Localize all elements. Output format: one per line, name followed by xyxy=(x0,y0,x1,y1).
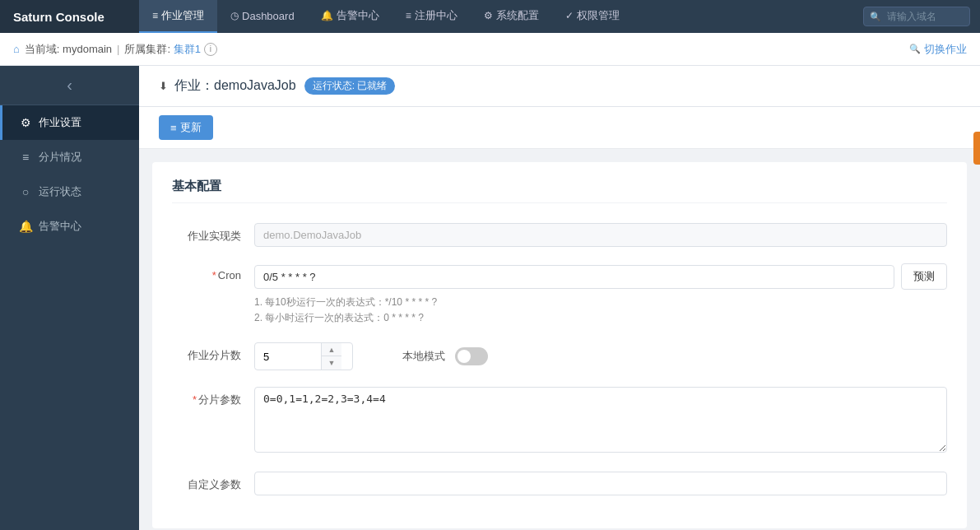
nav-tab-sys-config[interactable]: ⚙系统配置 xyxy=(471,0,552,33)
sidebar-item-run-status[interactable]: ○运行状态 xyxy=(0,174,139,209)
tab-icon-dashboard: ◷ xyxy=(230,10,239,21)
shards-input[interactable] xyxy=(255,346,321,368)
switch-job-button[interactable]: 🔍 切换作业 xyxy=(909,42,967,57)
top-search: 🔍 xyxy=(853,7,980,26)
app-title: Saturn Console xyxy=(13,10,105,24)
nav-tab-auth-mgmt[interactable]: ✓权限管理 xyxy=(552,0,633,33)
sidebar-item-sharding[interactable]: ≡分片情况 xyxy=(0,140,139,174)
page-header: ⬇ 作业：demoJavaJob 运行状态: 已就绪 xyxy=(139,66,980,107)
breadcrumb-bar: ⌂ 当前域: mydomain | 所属集群: 集群1 i 🔍 切换作业 xyxy=(0,33,980,66)
home-icon: ⌂ xyxy=(13,43,20,55)
nav-tab-registry[interactable]: ≡注册中心 xyxy=(392,0,471,33)
shards-spinners: ▲ ▼ xyxy=(321,343,341,370)
nav-tabs: ≡作业管理◷Dashboard🔔告警中心≡注册中心⚙系统配置✓权限管理 xyxy=(139,0,853,33)
impl-label: 作业实现类 xyxy=(172,223,254,244)
custom-params-row: 自定义参数 xyxy=(172,472,947,495)
sidebar-icon-alert: 🔔 xyxy=(19,220,32,233)
sidebar-item-alert[interactable]: 🔔告警中心 xyxy=(0,209,139,244)
status-badge: 运行状态: 已就绪 xyxy=(304,77,396,95)
tab-icon-alert-center: 🔔 xyxy=(321,10,333,21)
shards-wrap-outer: ▲ ▼ 本地模式 xyxy=(254,342,947,370)
main-layout: ‹ ⚙作业设置≡分片情况○运行状态🔔告警中心 ⬇ 作业：demoJavaJob … xyxy=(0,66,980,530)
job-icon: ⬇ xyxy=(159,80,168,92)
shard-params-wrap: 0=0,1=1,2=2,3=3,4=4 xyxy=(254,387,947,455)
shards-controls: ▲ ▼ 本地模式 xyxy=(254,342,947,370)
section-title: 基本配置 xyxy=(172,179,947,203)
cron-row: Cron 预测 1. 每10秒运行一次的表达式：*/10 * * * * ? 2… xyxy=(172,263,947,326)
top-nav: Saturn Console ≡作业管理◷Dashboard🔔告警中心≡注册中心… xyxy=(0,0,980,33)
predict-button[interactable]: 预测 xyxy=(901,263,947,290)
tab-icon-registry: ≡ xyxy=(406,10,411,21)
content-area: ⬇ 作业：demoJavaJob 运行状态: 已就绪 ≡ 更新 基本配置 作业实… xyxy=(139,66,980,530)
shards-row: 作业分片数 ▲ ▼ 本地模式 xyxy=(172,342,947,370)
impl-row: 作业实现类 xyxy=(172,223,947,247)
spinner-down[interactable]: ▼ xyxy=(322,356,341,370)
cluster-label: 所属集群: 集群1 xyxy=(124,42,200,57)
cron-input[interactable] xyxy=(254,265,894,289)
cron-hint: 1. 每10秒运行一次的表达式：*/10 * * * * ? 2. 每小时运行一… xyxy=(254,295,947,326)
tab-icon-sys-config: ⚙ xyxy=(484,10,493,21)
shard-params-row: 分片参数 0=0,1=1,2=2,3=3,4=4 xyxy=(172,387,947,455)
job-title: 作业：demoJavaJob xyxy=(174,77,296,95)
impl-wrap xyxy=(254,223,947,247)
info-icon[interactable]: i xyxy=(204,43,217,56)
local-mode-label: 本地模式 xyxy=(402,349,445,364)
sidebar-back-button[interactable]: ‹ xyxy=(0,66,139,105)
cron-input-wrap: 预测 xyxy=(254,263,947,290)
search-icon: 🔍 xyxy=(870,12,881,22)
toggle-slider xyxy=(455,347,488,365)
switch-search-icon: 🔍 xyxy=(909,44,921,54)
sidebar-item-job-settings[interactable]: ⚙作业设置 xyxy=(0,105,139,140)
domain-label: 当前域: mydomain xyxy=(25,42,112,57)
shards-number-input-wrap: ▲ ▼ xyxy=(254,342,353,370)
sidebar-icon-sharding: ≡ xyxy=(19,151,32,164)
app-logo: Saturn Console xyxy=(0,0,139,33)
update-label: 更新 xyxy=(180,120,202,135)
local-mode-toggle[interactable] xyxy=(455,347,488,365)
nav-tab-dashboard[interactable]: ◷Dashboard xyxy=(217,0,308,33)
tab-icon-auth-mgmt: ✓ xyxy=(565,10,574,21)
update-icon: ≡ xyxy=(170,122,177,134)
local-mode-wrap: 本地模式 xyxy=(402,347,488,365)
shard-params-textarea[interactable]: 0=0,1=1,2=2,3=3,4=4 xyxy=(254,387,947,453)
sidebar-icon-run-status: ○ xyxy=(19,185,32,198)
impl-input[interactable] xyxy=(254,223,947,247)
tab-icon-job-mgmt: ≡ xyxy=(152,10,158,21)
nav-tab-alert-center[interactable]: 🔔告警中心 xyxy=(308,0,392,33)
cron-wrap-outer: 预测 1. 每10秒运行一次的表达式：*/10 * * * * ? 2. 每小时… xyxy=(254,263,947,326)
custom-params-label: 自定义参数 xyxy=(172,472,254,492)
shard-params-label: 分片参数 xyxy=(172,387,254,407)
sidebar: ‹ ⚙作业设置≡分片情况○运行状态🔔告警中心 xyxy=(0,66,139,530)
update-button[interactable]: ≡ 更新 xyxy=(159,115,213,140)
toolbar: ≡ 更新 xyxy=(139,107,980,149)
orange-indicator xyxy=(973,132,980,165)
custom-params-wrap xyxy=(254,472,947,495)
form-section: 基本配置 作业实现类 Cron 预测 xyxy=(152,162,967,528)
shards-label: 作业分片数 xyxy=(172,342,254,363)
spinner-up[interactable]: ▲ xyxy=(322,343,341,356)
cron-label: Cron xyxy=(172,263,254,281)
nav-tab-job-mgmt[interactable]: ≡作业管理 xyxy=(139,0,217,33)
custom-params-input[interactable] xyxy=(254,472,947,495)
sidebar-icon-job-settings: ⚙ xyxy=(19,116,32,129)
